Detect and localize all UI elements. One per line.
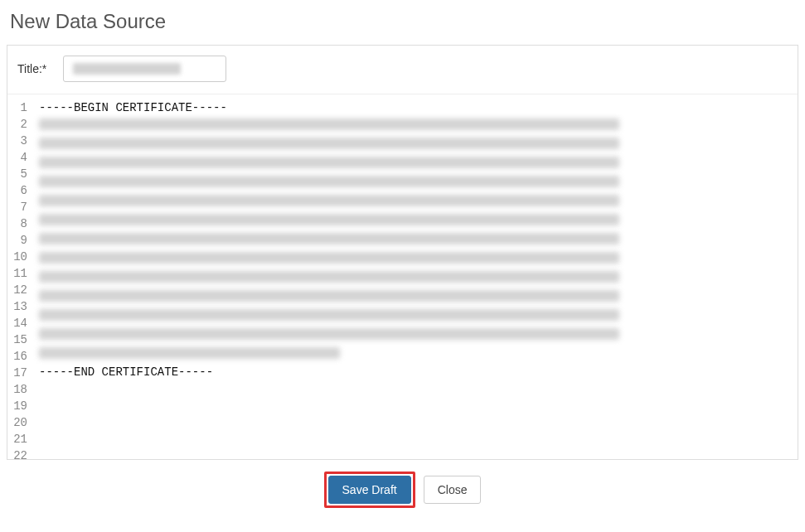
title-value-redacted <box>73 63 181 75</box>
code-line <box>39 138 791 154</box>
title-input-wrap <box>63 56 788 82</box>
code-content[interactable]: -----BEGIN CERTIFICATE----------END CERT… <box>32 94 798 459</box>
line-number: 16 <box>7 348 27 365</box>
line-number: 11 <box>7 265 27 282</box>
code-line <box>39 309 791 326</box>
save-draft-button[interactable]: Save Draft <box>328 476 411 504</box>
redacted-content <box>39 118 619 130</box>
code-line <box>39 252 791 268</box>
redacted-content <box>39 271 619 283</box>
line-number: 5 <box>7 166 27 182</box>
line-number: 18 <box>7 381 27 398</box>
code-line <box>39 118 791 135</box>
code-editor[interactable]: 12345678910111213141516171819202122 ----… <box>7 94 798 459</box>
line-number: 15 <box>7 331 27 348</box>
action-bar: Save Draft Close <box>0 460 805 516</box>
redacted-content <box>39 214 619 225</box>
redacted-content <box>39 309 619 321</box>
line-number: 10 <box>7 249 27 265</box>
code-line <box>39 195 791 211</box>
line-number: 12 <box>7 282 27 298</box>
code-line <box>39 328 791 345</box>
redacted-content <box>39 195 619 206</box>
title-label: Title:* <box>17 62 46 75</box>
redacted-content <box>39 138 619 149</box>
redacted-content <box>39 328 619 340</box>
line-number-gutter: 12345678910111213141516171819202122 <box>7 94 32 459</box>
redacted-content <box>39 252 619 264</box>
line-number: 9 <box>7 232 27 249</box>
code-line: -----BEGIN CERTIFICATE----- <box>39 99 791 116</box>
line-number: 3 <box>7 133 27 149</box>
code-line <box>39 214 791 230</box>
redacted-content <box>39 233 619 244</box>
redacted-content <box>39 157 619 168</box>
line-number: 20 <box>7 414 27 431</box>
line-number: 22 <box>7 447 27 459</box>
redacted-content <box>39 290 619 302</box>
redacted-content <box>39 347 340 359</box>
line-number: 14 <box>7 315 27 331</box>
line-number: 19 <box>7 398 27 414</box>
code-line <box>39 414 791 430</box>
code-line <box>39 290 791 307</box>
line-number: 7 <box>7 199 27 215</box>
save-draft-highlight: Save Draft <box>324 472 415 508</box>
line-number: 1 <box>7 99 27 116</box>
close-button[interactable]: Close <box>424 476 482 504</box>
line-number: 13 <box>7 298 27 315</box>
data-source-panel: Title:* 12345678910111213141516171819202… <box>7 45 798 460</box>
line-number: 4 <box>7 149 27 166</box>
code-line: -----END CERTIFICATE----- <box>39 364 791 380</box>
page-title: New Data Source <box>0 0 805 45</box>
code-line <box>39 447 791 459</box>
code-line <box>39 380 791 397</box>
line-number: 6 <box>7 182 27 199</box>
code-line <box>39 271 791 288</box>
code-line <box>39 430 791 447</box>
code-line <box>39 233 791 249</box>
code-line <box>39 157 791 173</box>
line-number: 2 <box>7 116 27 133</box>
line-number: 8 <box>7 215 27 232</box>
title-row: Title:* <box>7 46 798 94</box>
line-number: 17 <box>7 365 27 381</box>
redacted-content <box>39 176 619 187</box>
line-number: 21 <box>7 431 27 447</box>
code-line <box>39 347 791 364</box>
code-line <box>39 176 791 192</box>
code-line <box>39 397 791 414</box>
